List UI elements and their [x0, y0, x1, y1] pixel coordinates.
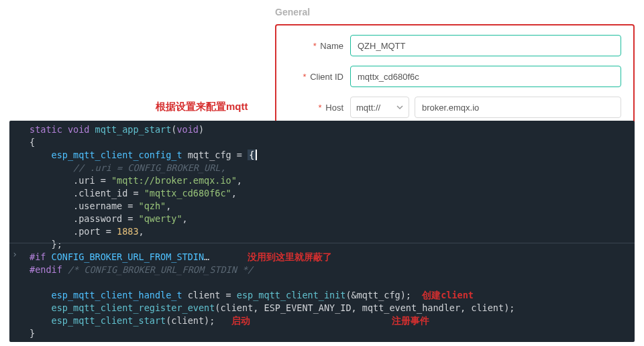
host-scheme-value: mqtt:// [356, 103, 380, 113]
code-line: // .uri = CONFIG_BROKER_URL, [30, 162, 635, 174]
code-token: "qwerty" [139, 213, 182, 224]
code-token: , [231, 188, 237, 198]
code-token: esp_mqtt_client_init [237, 290, 346, 300]
clientid-input[interactable] [350, 66, 621, 87]
code-token: esp_mqtt_client_start [52, 315, 166, 326]
code-token [30, 315, 52, 326]
code-token: "mqttx_cd680f6c" [144, 188, 231, 198]
clientid-label: * Client ID [288, 72, 343, 82]
code-token: .port = [30, 226, 117, 237]
code-token: "qzh" [139, 200, 166, 211]
annotation-masked: 没用到这里就屏蔽了 [248, 251, 332, 262]
code-token: #if [30, 251, 52, 262]
code-token: 1883 [117, 226, 139, 237]
fold-chevron-icon[interactable]: › [9, 248, 20, 261]
annotation-register-event: 注册事件 [392, 315, 429, 326]
code-token [30, 302, 52, 313]
code-token: (client); [166, 315, 215, 326]
code-line: }; [30, 238, 635, 251]
host-input[interactable] [415, 97, 621, 118]
code-token: , [166, 200, 171, 211]
code-token: mqtt_cfg = [182, 150, 248, 160]
code-editor[interactable]: › static void mqtt_app_start(void) { esp… [9, 121, 635, 342]
code-token: mqtt_app_start [95, 124, 172, 135]
code-token: #endif [30, 264, 68, 275]
name-input[interactable] [350, 35, 621, 56]
code-token: CONFIG_BROKER_URL_FROM_STDIN [52, 251, 205, 262]
host-label: * Host [288, 103, 343, 113]
code-token: .username = [30, 200, 139, 211]
code-token: esp_mqtt_client_register_event [52, 302, 215, 313]
code-token: esp_mqtt_client_handle_t [30, 290, 182, 300]
annotation-config-hint: 根据设置来配置mqtt [156, 101, 248, 113]
code-token: void [68, 124, 95, 135]
code-token: esp_mqtt_client_config_t [30, 150, 182, 160]
code-token: void [176, 124, 199, 135]
code-token: , [139, 226, 144, 237]
annotation-create-client: 创建client [422, 290, 474, 300]
section-title: General [275, 7, 635, 17]
code-line: } [30, 327, 635, 340]
code-token: /* CONFIG_BROKER_URL_FROM_STDIN */ [68, 264, 253, 275]
code-token: static [30, 124, 68, 135]
code-token: , [237, 175, 242, 186]
chevron-down-icon [396, 103, 403, 113]
fold-separator [9, 243, 635, 243]
name-label: * Name [288, 41, 343, 51]
fold-ellipsis-icon[interactable]: … [204, 251, 209, 262]
code-token: .client_id = [30, 188, 144, 198]
editor-gutter: › [9, 123, 20, 342]
code-token: (client, ESP_EVENT_ANY_ID, mqtt_event_ha… [215, 302, 515, 313]
code-token: (&mqtt_cfg); [345, 290, 411, 300]
host-scheme-select[interactable]: mqtt:// [350, 97, 409, 118]
code-token: client = [182, 290, 237, 300]
code-token: "mqtt://broker.emqx.io" [111, 175, 237, 186]
code-token: , [182, 213, 188, 224]
code-token: .uri = [30, 175, 111, 186]
annotation-start: 启动 [231, 315, 250, 326]
code-line: { [30, 136, 635, 149]
code-token: .password = [30, 213, 139, 224]
code-token: ) [199, 124, 204, 135]
cursor: { [248, 150, 257, 160]
